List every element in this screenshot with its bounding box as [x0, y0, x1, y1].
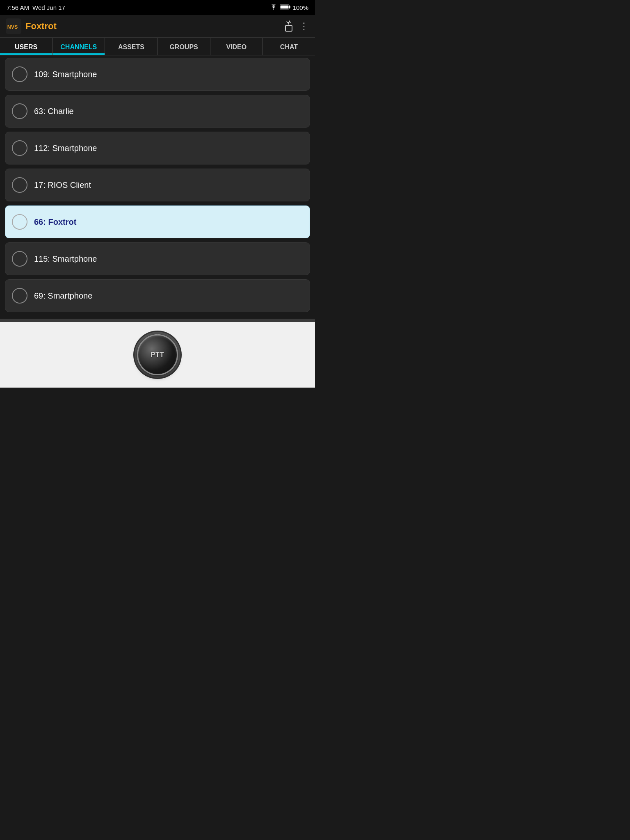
status-bar: 7:56 AM Wed Jun 17 100% [0, 0, 315, 15]
radio-button[interactable] [12, 103, 27, 119]
list-item[interactable]: 112: Smartphone [5, 132, 310, 164]
more-options-icon[interactable]: ⋮ [299, 21, 309, 32]
list-item-selected[interactable]: 66: Foxtrot [5, 205, 310, 238]
svg-text:NVS: NVS [7, 24, 18, 30]
ptt-button[interactable]: PTT [137, 334, 178, 375]
svg-rect-2 [280, 5, 288, 8]
radio-button[interactable] [12, 214, 27, 230]
tab-users[interactable]: USERS [0, 38, 52, 55]
item-label: 109: Smartphone [34, 70, 97, 79]
item-label: 63: Charlie [34, 107, 74, 116]
svg-rect-5 [285, 25, 292, 31]
svg-rect-1 [289, 6, 290, 8]
item-label: 66: Foxtrot [34, 217, 76, 227]
wifi-icon [270, 4, 277, 11]
section-divider [0, 319, 315, 322]
channel-list: 109: Smartphone 63: Charlie 112: Smartph… [0, 55, 315, 319]
list-item[interactable]: 109: Smartphone [5, 58, 310, 91]
nvs-logo-icon: NVS [6, 18, 21, 34]
radio-button[interactable] [12, 140, 27, 156]
status-time-date: 7:56 AM Wed Jun 17 [7, 4, 65, 11]
header-actions: ⋮ [283, 19, 309, 34]
radio-button[interactable] [12, 177, 27, 193]
list-item[interactable]: 63: Charlie [5, 95, 310, 128]
app-logo: NVS Foxtrot [6, 18, 57, 34]
radio-button[interactable] [12, 251, 27, 267]
date: Wed Jun 17 [32, 4, 65, 11]
item-label: 17: RIOS Client [34, 180, 91, 190]
tab-chat[interactable]: CHAT [263, 38, 315, 55]
battery-icon [280, 4, 290, 11]
app-title: Foxtrot [25, 21, 57, 32]
status-indicators: 100% [270, 4, 308, 11]
ptt-label: PTT [151, 351, 164, 358]
item-label: 112: Smartphone [34, 144, 97, 153]
battery-percent: 100% [293, 4, 308, 11]
list-item[interactable]: 17: RIOS Client [5, 169, 310, 201]
list-item[interactable]: 69: Smartphone [5, 279, 310, 312]
item-label: 115: Smartphone [34, 254, 97, 264]
ptt-signal-icon[interactable] [283, 19, 294, 34]
time: 7:56 AM [7, 4, 29, 11]
item-label: 69: Smartphone [34, 291, 92, 301]
ptt-area: PTT [0, 322, 315, 388]
tab-channels[interactable]: CHANNELS [52, 38, 105, 55]
radio-button[interactable] [12, 66, 27, 82]
radio-button[interactable] [12, 288, 27, 304]
list-item[interactable]: 115: Smartphone [5, 242, 310, 275]
tab-video[interactable]: VIDEO [210, 38, 263, 55]
tab-bar: USERS CHANNELS ASSETS GROUPS VIDEO CHAT [0, 38, 315, 55]
app-header: NVS Foxtrot ⋮ [0, 15, 315, 38]
tab-groups[interactable]: GROUPS [158, 38, 210, 55]
tab-assets[interactable]: ASSETS [105, 38, 158, 55]
